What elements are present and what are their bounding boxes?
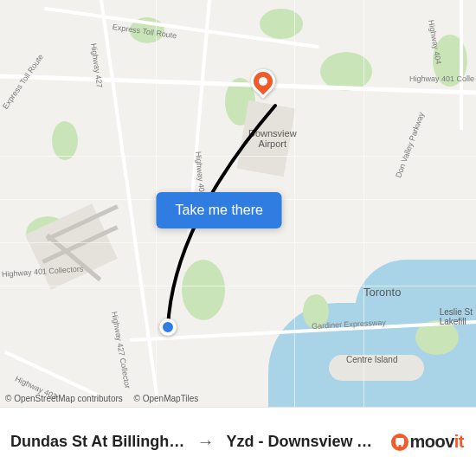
attrib-tiles: © OpenMapTiles <box>134 394 199 403</box>
moovit-logo-icon <box>390 433 409 452</box>
footer-bar: Dundas St At Billingham Rd → Yzd - Downs… <box>0 407 476 476</box>
take-me-there-button[interactable]: Take me there <box>156 192 281 228</box>
place-label-centre-island: Centre Island <box>346 355 397 364</box>
svg-point-2 <box>397 444 400 447</box>
moovit-logo[interactable]: moovit <box>390 432 476 452</box>
moovit-logo-text: moovit <box>409 432 464 452</box>
map-viewport[interactable]: Express Toll Route Express Toll Route Hi… <box>0 0 476 407</box>
route-from-label: Dundas St At Billingham Rd <box>10 433 185 451</box>
origin-marker[interactable] <box>159 318 177 336</box>
place-label-toronto: Toronto <box>363 286 401 299</box>
road-label: Highway 401 Colle <box>409 74 474 83</box>
map-attribution: © OpenStreetMap contributors © OpenMapTi… <box>5 394 207 403</box>
svg-rect-1 <box>396 438 404 445</box>
route-summary: Dundas St At Billingham Rd → Yzd - Downs… <box>0 432 390 452</box>
svg-point-3 <box>402 444 404 447</box>
route-to-label: Yzd - Downsview Airport <box>227 433 381 451</box>
place-label-downsview: Downsview Airport <box>248 128 297 149</box>
place-label-leslie-spit: Leslie St Lakefill <box>440 307 473 326</box>
destination-marker[interactable] <box>263 93 287 118</box>
attrib-osm: © OpenStreetMap contributors <box>5 394 123 403</box>
arrow-right-icon: → <box>197 432 215 452</box>
